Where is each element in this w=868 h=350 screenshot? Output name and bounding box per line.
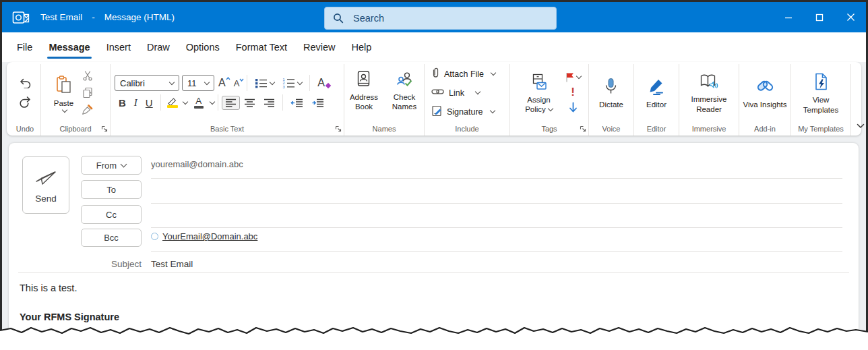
tab-file[interactable]: File	[9, 32, 40, 62]
editor-button[interactable]: Editor	[646, 76, 666, 109]
text-highlight-button[interactable]	[164, 97, 181, 108]
chevron-down-icon	[62, 107, 67, 113]
clipboard-dialog-launcher[interactable]	[101, 125, 108, 132]
cc-button[interactable]: Cc	[81, 205, 142, 224]
clear-formatting-button[interactable]: A	[313, 76, 334, 90]
italic-button[interactable]: I	[130, 96, 142, 110]
basic-text-dialog-launcher[interactable]	[335, 125, 342, 132]
font-name-value: Calibri	[120, 78, 145, 88]
shrink-font-button[interactable]: A	[230, 78, 244, 89]
my-templates-group-label: My Templates	[791, 121, 850, 136]
from-button-label: From	[96, 161, 117, 171]
tags-dialog-launcher[interactable]	[580, 125, 586, 132]
attach-file-label: Attach File	[444, 69, 484, 79]
chevron-down-icon	[297, 79, 303, 84]
grow-font-button[interactable]: A	[214, 76, 230, 90]
names-group-label: Names	[344, 121, 424, 136]
editor-label: Editor	[646, 100, 666, 109]
maximize-button[interactable]	[804, 2, 835, 32]
bullet-list-button[interactable]	[251, 77, 278, 90]
redo-button[interactable]	[15, 95, 36, 109]
search-input[interactable]	[352, 12, 530, 24]
immersive-reader-button[interactable]: Immersive Reader	[682, 71, 736, 114]
cc-field[interactable]	[151, 207, 842, 223]
close-button[interactable]	[835, 2, 866, 32]
outlook-message-window: { "titlebar": { "doc_title": "Test Email…	[0, 0, 868, 350]
tags-group-label: Tags	[541, 125, 557, 133]
to-button[interactable]: To	[81, 180, 142, 199]
check-names-label: Check Names	[385, 92, 423, 112]
low-importance-arrow-icon	[569, 102, 578, 113]
chevron-down-icon	[121, 161, 127, 168]
highlight-color-swatch	[167, 105, 178, 108]
window-frame: Test Email - Message (HTML) File Message…	[0, 0, 868, 350]
tab-options[interactable]: Options	[178, 32, 228, 62]
align-left-button[interactable]	[222, 96, 240, 110]
tab-help[interactable]: Help	[344, 32, 380, 62]
bold-button[interactable]: B	[115, 96, 130, 110]
cut-button[interactable]	[78, 69, 97, 82]
undo-button[interactable]	[15, 77, 36, 90]
attach-file-button[interactable]: Attach File	[429, 65, 495, 82]
chevron-down-icon	[270, 79, 275, 84]
assign-policy-button[interactable]: Assign Policy	[518, 71, 560, 115]
check-names-button[interactable]: Check Names	[385, 68, 423, 112]
tab-message[interactable]: Message	[40, 32, 98, 62]
collapse-ribbon-button[interactable]	[851, 123, 868, 136]
underline-button[interactable]: U	[142, 96, 157, 110]
tab-draw[interactable]: Draw	[139, 32, 178, 62]
signature-button[interactable]: Signature	[429, 103, 495, 120]
copy-button[interactable]	[78, 86, 97, 100]
dictate-button[interactable]: Dictate	[599, 76, 623, 109]
assign-policy-label: Assign Policy	[518, 95, 560, 115]
subject-value[interactable]: Test Email	[151, 259, 193, 269]
high-importance-button[interactable]: !	[571, 86, 575, 98]
bcc-button-label: Bcc	[104, 233, 119, 243]
align-center-button[interactable]	[240, 97, 259, 109]
font-color-button[interactable]: A	[190, 96, 208, 109]
titlebar[interactable]: Test Email - Message (HTML)	[2, 2, 866, 32]
from-value[interactable]: youremail@domain.abc	[151, 159, 243, 169]
from-button[interactable]: From	[81, 156, 142, 175]
view-templates-button[interactable]: View Templates	[794, 71, 848, 115]
link-button[interactable]: Link	[429, 84, 480, 101]
align-right-button[interactable]	[259, 97, 279, 109]
include-group-label: Include	[425, 121, 509, 136]
bcc-recipient-pill[interactable]: YourEmail@Domain.abc	[151, 231, 257, 241]
numbered-list-button[interactable]: 123	[278, 76, 306, 90]
basic-text-group-label: Basic Text	[210, 125, 244, 133]
chevron-down-icon	[182, 98, 187, 104]
view-templates-label: View Templates	[794, 95, 848, 115]
tab-insert[interactable]: Insert	[98, 32, 139, 62]
body-line-2: Your RFMS Signature	[20, 312, 119, 322]
body-line-1: This is a test.	[20, 283, 77, 293]
immersive-group-label: Immersive	[679, 121, 739, 136]
font-name-combobox[interactable]: Calibri	[115, 75, 179, 91]
eraser-diamond-icon	[326, 83, 331, 88]
outlook-app-icon	[12, 9, 30, 26]
viva-insights-button[interactable]: Viva Insights	[741, 76, 788, 109]
immersive-reader-label: Immersive Reader	[682, 94, 736, 114]
window-title: Test Email - Message (HTML)	[40, 12, 175, 22]
paste-button[interactable]: Paste	[54, 74, 73, 112]
send-button[interactable]: Send	[22, 156, 69, 214]
low-importance-button[interactable]	[569, 102, 578, 113]
to-field[interactable]	[151, 182, 842, 198]
search-box[interactable]	[324, 7, 557, 30]
viva-insights-label: Viva Insights	[743, 100, 787, 109]
font-size-combobox[interactable]: 11	[182, 75, 214, 91]
ribbon-group-include: Attach File Link Signature Include	[425, 64, 510, 136]
tab-format-text[interactable]: Format Text	[228, 32, 295, 62]
increase-indent-button[interactable]	[307, 97, 328, 109]
format-painter-button[interactable]	[78, 103, 97, 117]
decrease-indent-button[interactable]	[286, 97, 307, 109]
bcc-button[interactable]: Bcc	[81, 229, 142, 247]
address-book-button[interactable]: Address Book	[345, 68, 383, 112]
follow-up-flag-button[interactable]	[565, 72, 581, 82]
tab-review[interactable]: Review	[295, 32, 344, 62]
compose-panel: Send From youremail@domain.abc To Cc Bcc…	[9, 143, 859, 350]
chevron-down-icon	[204, 79, 210, 84]
ribbon-group-immersive: Immersive Reader Immersive	[679, 64, 739, 136]
minimize-button[interactable]	[773, 2, 804, 32]
cc-button-label: Cc	[106, 210, 117, 220]
